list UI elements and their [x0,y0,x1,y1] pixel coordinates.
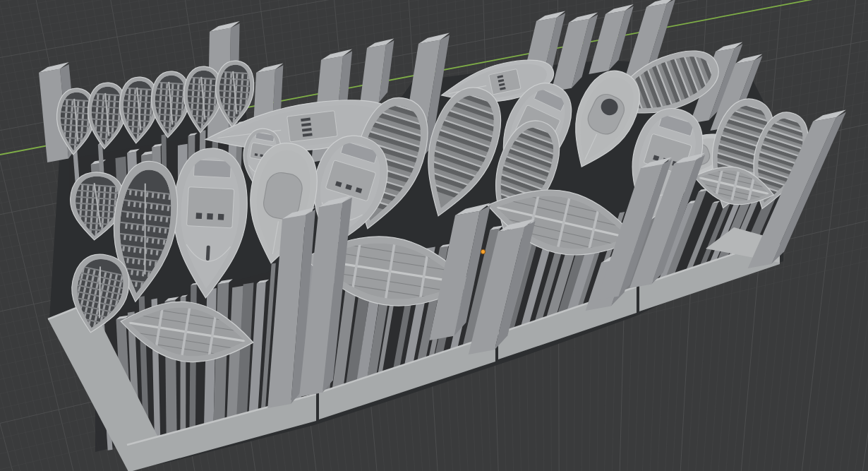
scaffold-post [233,112,235,117]
scaffold-post [191,97,193,102]
scaffold-post [207,111,210,116]
scaffold-post [181,104,183,109]
scaffold-post [239,105,241,110]
scaffold-post [224,79,226,84]
scaffold-post [175,116,177,121]
scaffold-post [65,107,67,112]
scaffold-post [164,109,166,114]
scaffold-post [80,204,82,209]
scaffold-post [137,128,139,133]
scaffold-post [108,206,110,211]
scaffold-post [100,133,102,138]
scaffold-post [227,111,229,116]
scaffold-post [90,217,92,222]
scaffold-post [224,73,227,78]
scaffold-post [76,107,78,112]
scaffold-post [92,192,94,197]
scaffold-post [128,89,131,94]
scaffold-post [139,96,141,101]
scaffold-post [241,86,243,91]
scaffold-post [102,107,104,112]
scaffold-post [210,79,212,84]
scaffold-post [83,101,85,106]
scaffold-post [164,115,166,120]
scaffold-post [71,107,73,112]
scaffold-post [86,198,88,203]
scaffold-post [150,109,152,114]
scaffold-post [230,73,232,78]
scaffold-post [107,213,109,217]
scaffold-post [214,99,216,104]
scaffold-post [198,85,200,90]
scaffold-post [246,93,248,98]
scaffold-post [87,186,89,191]
scaffold-post [209,85,211,90]
scaffold-post [165,90,167,95]
scaffold-post [102,205,104,210]
scaffold-post [176,90,179,95]
stern-block [193,160,231,178]
object-origin-dot [481,249,485,254]
scaffold-post [109,187,111,192]
scaffold-post [208,98,210,103]
scaffold-post [109,193,111,198]
scaffold-post [85,217,87,222]
scaffold-post [81,185,83,190]
scaffold-post [102,212,104,217]
scaffold-post [224,85,226,90]
scaffold-post [98,186,100,191]
scaffold-post [104,186,106,191]
scaffold-post [246,81,248,85]
scaffold-post [69,132,71,137]
scaffold-post [133,102,135,107]
cabin-window [207,213,213,220]
scaffold-post [109,200,111,205]
scaffold-post [127,114,129,119]
scaffold-post [198,91,200,96]
scaffold-post [209,92,211,97]
blender-3d-viewport[interactable] [0,0,868,471]
scaffold-post [118,115,120,120]
scaffold-post [108,95,110,100]
scaffold-post [71,113,73,118]
scaffold-post [70,119,72,124]
scaffold-post [64,126,66,131]
scaffold-post [111,121,114,126]
scaffold-post [140,90,142,95]
scaffold-post [241,80,243,85]
scaffold-post [64,119,66,124]
scaffold-post [229,92,231,97]
scaffold-post [176,97,179,102]
scaffold-post [145,96,147,101]
scaffold-post [77,101,79,106]
scaffold-post [65,113,67,118]
deckhouse [287,111,337,142]
scaffold-post [144,109,146,114]
scaffold-post [74,139,76,144]
scaffold-post [102,218,104,223]
scaffold-post [81,120,83,125]
scaffold-post [196,104,198,109]
scaffold-post [80,126,83,131]
scaffold-post [240,93,242,97]
scaffold-post [175,109,177,114]
scaffold-post [207,105,210,109]
scaffold-post [112,114,114,119]
scaffold-post [164,102,167,107]
scaffold-post [71,100,73,105]
scaffold-post [95,114,97,119]
scaffold-post [107,102,109,107]
scaffold-post [134,89,136,94]
scaffold-post [95,225,97,229]
scaffold-post [133,108,135,113]
scaffold-post [228,98,230,103]
scaffold-post [100,126,102,131]
scaffold-post [241,73,243,78]
scaffold-post [114,95,116,100]
scaffold-post [90,211,92,216]
scaffold-post [196,110,198,115]
scaffold-post [159,109,161,114]
scaffold-post [246,87,248,92]
scaffold-post [133,95,135,100]
scaffold-post [239,99,241,104]
